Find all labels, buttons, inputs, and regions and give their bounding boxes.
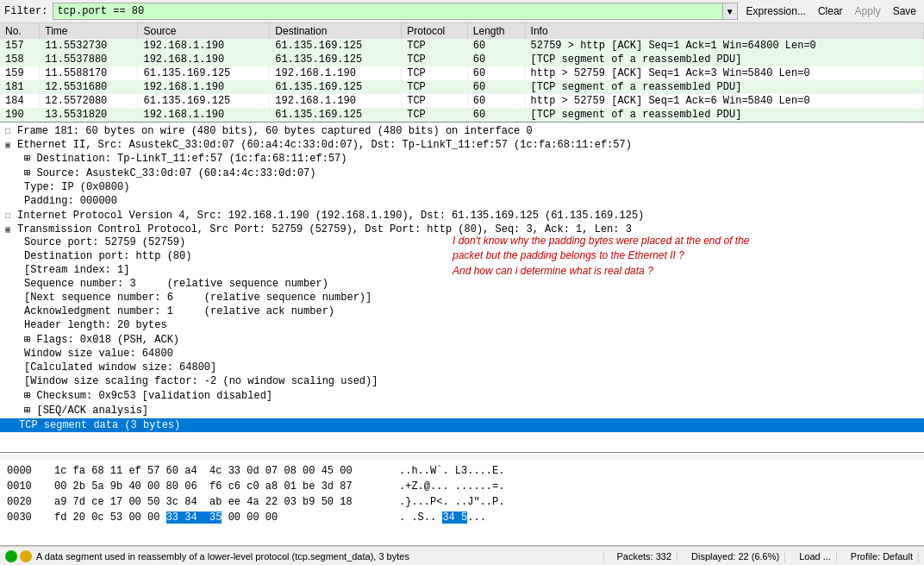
tcp-flags: ⊞ Flags: 0x018 (PSH, ACK) [5, 332, 919, 347]
save-button[interactable]: Save [890, 3, 920, 19]
status-message: A data segment used in reassembly of a l… [36, 551, 409, 562]
expression-button[interactable]: Expression... [743, 3, 809, 19]
tcp-scaling: [Window size scaling factor: -2 (no wind… [5, 374, 919, 388]
status-load: Load ... [794, 551, 837, 562]
tcp-seq: Sequence number: 3 (relative sequence nu… [5, 277, 919, 291]
ethernet-section[interactable]: ▣ Ethernet II, Src: AsustekC_33:0d:07 (6… [0, 138, 924, 209]
ip-header: Internet Protocol Version 4, Src: 192.16… [17, 210, 644, 222]
hex-line-3: 0030 fd 20 0c 53 00 00 33 34 35 00 00 00… [7, 510, 917, 525]
packet-row-0[interactable]: 15711.5532730192.168.1.19061.135.169.125… [0, 39, 924, 53]
tcp-seqack: ⊞ [SEQ/ACK analysis] [5, 403, 919, 417]
col-time: Time [40, 23, 138, 39]
filter-input[interactable] [53, 3, 722, 20]
hex-offset-0: 0000 [7, 463, 37, 479]
comment-data: And how can i determine what is real dat… [453, 264, 797, 279]
tcp-header-len: Header length: 20 bytes [5, 318, 919, 332]
packet-list-body: 15711.5532730192.168.1.19061.135.169.125… [0, 39, 924, 122]
tcp-next-seq: [Next sequence number: 6 (relative seque… [5, 291, 919, 304]
status-profile: Profile: Default [846, 551, 919, 562]
comment-padding: I don't know why the padding bytes were … [453, 234, 918, 263]
clear-button[interactable]: Clear [815, 3, 846, 19]
pane-divider [0, 453, 924, 460]
hex-offset-2: 0020 [7, 494, 37, 510]
hex-offset-1: 0010 [7, 479, 37, 494]
ethernet-header: Ethernet II, Src: AsustekC_33:0d:07 (60:… [17, 139, 632, 151]
eth-type: Type: IP (0x0800) [5, 180, 919, 194]
col-protocol: Protocol [402, 23, 468, 39]
hex-ascii-1: .+Z.@... ......=. [399, 479, 504, 494]
tcp-calc-window: [Calculated window size: 64800] [5, 361, 919, 374]
status-icons [5, 550, 32, 562]
hex-ascii-0: ..h..W`. L3....E. [399, 463, 504, 479]
eth-dst: ⊞ Destination: Tp-LinkT_11:ef:57 (1c:fa:… [5, 151, 919, 166]
apply-button[interactable]: Apply [852, 3, 884, 19]
hex-ascii-2: .}...P<. ..J"..P. [399, 494, 504, 510]
hex-line-0: 0000 1c fa 68 11 ef 57 60 a4 4c 33 0d 07… [7, 463, 917, 479]
hex-bytes-1: 00 2b 5a 9b 40 00 80 06 f6 c6 c0 a8 01 b… [54, 479, 382, 494]
packet-list-header: No. Time Source Destination Protocol Len… [0, 23, 924, 39]
packet-row-5[interactable]: 19013.5531820192.168.1.19061.135.169.125… [0, 108, 924, 122]
tcp-segment-data[interactable]: TCP segment data (3 bytes) [0, 418, 924, 432]
tcp-toggle[interactable]: ▣ [5, 224, 14, 235]
hex-bytes-3: fd 20 0c 53 00 00 33 34 35 00 00 00 [54, 510, 382, 525]
packet-list: No. Time Source Destination Protocol Len… [0, 23, 924, 122]
eth-padding: Padding: 000000 [5, 194, 919, 208]
col-info: Info [525, 23, 923, 39]
packet-row-2[interactable]: 15911.558817061.135.169.125192.168.1.190… [0, 66, 924, 80]
hex-bytes-2: a9 7d ce 17 00 50 3c 84 ab ee 4a 22 03 b… [54, 494, 382, 510]
hex-ascii-highlight: 34 5 [442, 512, 467, 524]
ip-toggle[interactable]: □ [5, 211, 14, 221]
tcp-checksum: ⊞ Checksum: 0x9c53 [validation disabled] [5, 388, 919, 403]
status-right: Packets: 332 Displayed: 22 (6.6%) Load .… [603, 551, 919, 562]
status-packets: Packets: 332 [611, 551, 677, 562]
hex-offset-3: 0030 [7, 510, 37, 525]
tcp-window: Window size value: 64800 [5, 347, 919, 361]
filter-bar: Filter: ▼ Expression... Clear Apply Save [0, 0, 924, 23]
hex-line-1: 0010 00 2b 5a 9b 40 00 80 06 f6 c6 c0 a8… [7, 479, 917, 494]
col-source: Source [138, 23, 270, 39]
col-length: Length [467, 23, 525, 39]
ip-section[interactable]: □ Internet Protocol Version 4, Src: 192.… [0, 209, 924, 223]
col-no: No. [0, 23, 40, 39]
filter-label: Filter: [4, 5, 47, 17]
frame-section[interactable]: □ Frame 181: 60 bytes on wire (480 bits)… [0, 124, 924, 138]
packet-row-3[interactable]: 18112.5531680192.168.1.19061.135.169.125… [0, 80, 924, 94]
hex-pane: 0000 1c fa 68 11 ef 57 60 a4 4c 33 0d 07… [0, 460, 924, 546]
warning-icon [20, 550, 32, 562]
frame-header: Frame 181: 60 bytes on wire (480 bits), … [17, 125, 533, 137]
hex-bytes-highlight: 33 34 35 [166, 512, 222, 524]
packet-row-4[interactable]: 18412.557208061.135.169.125192.168.1.190… [0, 94, 924, 108]
hex-line-2: 0020 a9 7d ce 17 00 50 3c 84 ab ee 4a 22… [7, 494, 917, 510]
frame-toggle[interactable]: □ [5, 127, 14, 136]
ethernet-toggle[interactable]: ▣ [5, 140, 14, 150]
filter-input-wrap: ▼ [53, 3, 737, 20]
status-bar: A data segment used in reassembly of a l… [0, 546, 924, 565]
packet-row-1[interactable]: 15811.5537880192.168.1.19061.135.169.125… [0, 53, 924, 66]
eth-src: ⊞ Source: AsustekC_33:0d:07 (60:a4:4c:33… [5, 166, 919, 180]
status-displayed: Displayed: 22 (6.6%) [686, 551, 785, 562]
detail-pane[interactable]: □ Frame 181: 60 bytes on wire (480 bits)… [0, 122, 924, 453]
col-destination: Destination [270, 23, 402, 39]
status-left: A data segment used in reassembly of a l… [5, 550, 600, 562]
tcp-ack: Acknowledgment number: 1 (relative ack n… [5, 304, 919, 318]
filter-dropdown-button[interactable]: ▼ [723, 3, 738, 20]
ready-icon [5, 550, 17, 562]
hex-bytes-0: 1c fa 68 11 ef 57 60 a4 4c 33 0d 07 08 0… [54, 463, 382, 479]
hex-ascii-3: . .S.. 34 5... [399, 510, 486, 525]
